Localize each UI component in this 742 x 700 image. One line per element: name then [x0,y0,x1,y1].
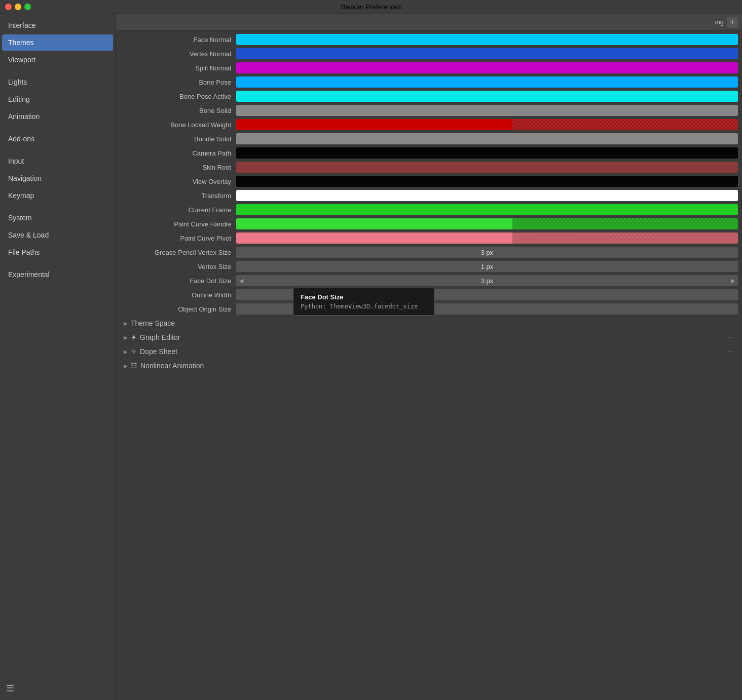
sidebar-item-viewport[interactable]: Viewport [2,52,113,68]
view-overlay-label: View Overlay [120,178,236,185]
color-row-vertex-size: Vertex Size 1 px [116,259,742,274]
traffic-lights [5,4,31,10]
sidebar-item-system[interactable]: System [2,210,113,226]
sidebar-item-lights[interactable]: Lights [2,74,113,90]
sidebar-bottom: ☰ [2,680,113,697]
color-row-bone-solid: Bone Solid [116,103,742,118]
face-dot-size-field[interactable]: ◀ 3 px ▶ [236,275,738,286]
bundle-solid-swatch[interactable] [236,133,738,144]
paint-curve-pivot-label: Paint Curve Pivot [120,235,236,242]
section-dope-sheet[interactable]: ▶ ✧ Dope Sheet ⋯ [116,344,742,359]
bone-locked-weight-label: Bone Locked Weight [120,121,236,129]
skin-root-label: Skin Root [120,164,236,171]
nonlinear-icon: ☷ [131,362,137,370]
tooltip-python-value: ThemeView3D.facedot_size [330,303,418,310]
maximize-button[interactable] [24,4,31,10]
color-row-current-frame: Current Frame [116,203,742,217]
section-nonlinear-label: Nonlinear Animation [140,362,204,370]
top-bar-editing-label: ing [715,18,724,26]
color-row-split-normal: Split Normal [116,61,742,75]
current-frame-label: Current Frame [120,206,236,214]
sidebar-item-experimental[interactable]: Experimental [2,266,113,283]
current-frame-swatch[interactable] [236,204,738,215]
bone-pose-active-label: Bone Pose Active [120,93,236,100]
vertex-size-value: 1 px [481,263,494,270]
split-normal-label: Split Normal [120,64,236,72]
sidebar-item-themes[interactable]: Themes [2,34,113,51]
section-graph-editor[interactable]: ▶ ✦ Graph Editor ⋯ [116,330,742,344]
hamburger-menu-icon[interactable]: ☰ [6,683,14,693]
tooltip-python-label: Python: [301,303,326,310]
color-row-paint-curve-handle: Paint Curve Handle [116,217,742,231]
sidebar-item-file-paths[interactable]: File Paths [2,244,113,260]
bone-solid-swatch[interactable] [236,105,738,116]
color-row-bone-pose: Bone Pose [116,75,742,89]
sidebar-item-animation[interactable]: Animation [2,108,113,125]
content-top-bar: ing + [116,14,742,30]
face-normal-label: Face Normal [120,36,236,44]
tooltip-title: Face Dot Size [301,293,427,301]
sidebar-item-navigation[interactable]: Navigation [2,170,113,186]
sidebar-item-interface[interactable]: Interface [2,17,113,33]
dope-sheet-arrow-icon: ▶ [124,349,128,355]
gp-vertex-size-field[interactable]: 3 px [236,247,738,258]
view-overlay-swatch[interactable] [236,176,738,187]
gp-vertex-size-value: 3 px [481,249,494,256]
graph-editor-arrow-icon: ▶ [124,335,128,340]
section-theme-space[interactable]: ▶ Theme Space [116,316,742,330]
sidebar-item-editing[interactable]: Editing [2,91,113,107]
sidebar: Interface Themes Viewport Lights Editing… [0,14,116,700]
bundle-solid-label: Bundle Solid [120,135,236,143]
color-row-gp-vertex-size: Grease Pencil Vertex Size 3 px [116,245,742,259]
dope-sheet-dots-icon: ⋯ [727,348,734,355]
color-row-face-dot-size: Face Dot Size ◀ 3 px ▶ Face Dot Size Pyt… [116,274,742,288]
section-graph-editor-label: Graph Editor [140,333,180,341]
color-row-paint-curve-pivot: Paint Curve Pivot [116,231,742,245]
sidebar-item-addons[interactable]: Add-ons [2,131,113,147]
camera-path-label: Camera Path [120,149,236,157]
skin-root-swatch[interactable] [236,162,738,173]
section-dope-sheet-label: Dope Sheet [140,347,177,356]
sidebar-item-save-load[interactable]: Save & Load [2,227,113,243]
minimize-button[interactable] [15,4,21,10]
camera-path-swatch[interactable] [236,147,738,159]
face-dot-size-value: 3 px [481,277,494,285]
transform-label: Transform [120,192,236,200]
close-button[interactable] [5,4,12,10]
face-normal-swatch[interactable] [236,34,738,45]
dope-sheet-icon: ✧ [131,347,137,356]
main-layout: Interface Themes Viewport Lights Editing… [0,14,742,700]
color-row-bone-locked-weight: Bone Locked Weight [116,118,742,132]
bone-pose-active-swatch[interactable] [236,91,738,102]
section-theme-space-label: Theme Space [131,319,175,327]
vertex-size-label: Vertex Size [120,263,236,270]
paint-curve-pivot-swatch[interactable] [236,232,738,244]
face-dot-size-increment[interactable]: ▶ [731,278,735,284]
transform-swatch[interactable] [236,190,738,201]
bone-pose-swatch[interactable] [236,76,738,88]
split-normal-swatch[interactable] [236,62,738,73]
face-dot-size-decrement[interactable]: ◀ [239,278,243,284]
section-nonlinear-animation[interactable]: ▶ ☷ Nonlinear Animation [116,359,742,373]
face-dot-size-tooltip: Face Dot Size Python: ThemeView3D.facedo… [293,288,435,316]
object-origin-size-label: Object Origin Size [120,305,236,313]
face-dot-size-label: Face Dot Size [120,277,236,285]
outline-width-label: Outline Width [120,291,236,299]
graph-editor-icon: ✦ [131,333,137,341]
paint-curve-handle-label: Paint Curve Handle [120,220,236,228]
theme-space-arrow-icon: ▶ [124,321,128,326]
paint-curve-handle-swatch[interactable] [236,218,738,229]
vertex-size-field[interactable]: 1 px [236,261,738,272]
color-row-face-normal: Face Normal [116,32,742,47]
sidebar-item-keymap[interactable]: Keymap [2,187,113,204]
content-area: ing + Face Normal Vertex Normal Split No… [116,14,742,700]
bone-locked-weight-swatch[interactable] [236,119,738,130]
sidebar-item-input[interactable]: Input [2,153,113,169]
add-tab-button[interactable]: + [727,17,738,28]
color-row-vertex-normal: Vertex Normal [116,47,742,61]
preferences-content: Face Normal Vertex Normal Split Normal B… [116,30,742,700]
color-row-transform: Transform [116,188,742,203]
vertex-normal-swatch[interactable] [236,48,738,59]
color-row-bundle-solid: Bundle Solid [116,132,742,146]
color-row-bone-pose-active: Bone Pose Active [116,89,742,103]
